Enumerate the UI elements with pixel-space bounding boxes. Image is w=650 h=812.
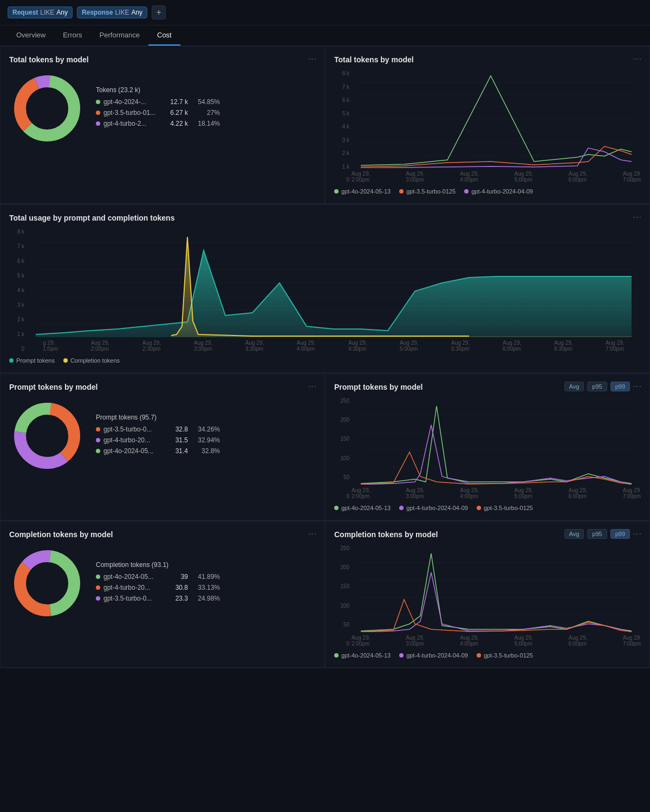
legend-dot-green bbox=[96, 449, 100, 453]
chart-svg-wrapper bbox=[27, 229, 641, 339]
filter-key: Response bbox=[82, 9, 113, 16]
legend-item-gpt4o: gpt-4o-2024-05-13 bbox=[334, 188, 391, 195]
tab-performance[interactable]: Performance bbox=[91, 25, 148, 46]
legend-value: 31.5 bbox=[166, 436, 188, 444]
filter-op: LIKE bbox=[40, 9, 54, 16]
chart-area: 250200150100500 bbox=[334, 545, 641, 659]
row-prompt-tokens: Prompt tokens by model ··· Prompt tokens… bbox=[0, 373, 650, 521]
legend-label: Completion tokens bbox=[70, 357, 120, 364]
legend-item-gpt4o: gpt-4o-2024-05-13 bbox=[334, 652, 391, 659]
top-bar: Request LIKE Any Response LIKE Any + bbox=[0, 0, 650, 25]
stat-badges: Avg p95 p99 bbox=[564, 529, 630, 539]
legend-row: gpt-4-turbo-20... 30.8 33.13% bbox=[96, 584, 220, 591]
donut-chart bbox=[9, 398, 85, 474]
donut-chart bbox=[9, 70, 85, 146]
chart-svg-wrapper bbox=[352, 70, 641, 170]
stat-badges: Avg p95 p99 bbox=[564, 382, 630, 391]
y-axis-labels: 250200150100500 bbox=[334, 398, 349, 499]
panel-title: Completion tokens by model bbox=[9, 530, 316, 539]
request-filter[interactable]: Request LIKE Any bbox=[8, 7, 73, 18]
legend-dot bbox=[477, 506, 481, 510]
legend-title: Completion tokens (93.1) bbox=[96, 561, 220, 569]
legend-row: gpt-3.5-turbo-01... 6.27 k 27% bbox=[96, 109, 220, 117]
panel-menu-button[interactable]: ··· bbox=[633, 529, 642, 539]
legend-row: gpt-4-turbo-2... 4.22 k 18.14% bbox=[96, 120, 220, 127]
avg-badge[interactable]: Avg bbox=[564, 382, 584, 391]
legend-pct: 32.8% bbox=[196, 447, 220, 455]
legend-label: Prompt tokens bbox=[16, 357, 55, 364]
donut-layout: Tokens (23.2 k) gpt-4o-2024-... 12.7 k 5… bbox=[9, 70, 316, 146]
y-axis-labels: 8 k7 k6 k5 k4 k3 k2 k1 k0 bbox=[334, 70, 349, 183]
panel-menu-button[interactable]: ··· bbox=[308, 382, 317, 391]
tab-cost[interactable]: Cost bbox=[148, 25, 180, 46]
panel-menu-button[interactable]: ··· bbox=[308, 529, 317, 539]
chart-area: 8 k7 k6 k5 k4 k3 k2 k1 k0 bbox=[9, 229, 641, 364]
legend-name: gpt-4-turbo-20... bbox=[103, 584, 163, 591]
legend-item-gpt4turbo: gpt-4-turbo-2024-04-09 bbox=[399, 652, 468, 659]
legend-pct: 34.26% bbox=[196, 426, 220, 433]
chart-legend: Prompt tokens Completion tokens bbox=[9, 357, 641, 364]
legend-dot-purple bbox=[96, 438, 100, 442]
legend-pct: 27% bbox=[196, 109, 220, 117]
chart-legend: gpt-4o-2024-05-13 gpt-4-turbo-2024-04-09… bbox=[334, 652, 641, 659]
legend-pct: 32.94% bbox=[196, 436, 220, 444]
legend-value: 6.27 k bbox=[166, 109, 188, 117]
p95-badge[interactable]: p95 bbox=[587, 529, 607, 539]
legend-title: Prompt tokens (95.7) bbox=[96, 414, 220, 421]
filter-val: Any bbox=[56, 9, 68, 16]
legend-dot-green bbox=[96, 100, 100, 104]
panel-completion-tokens-donut: Completion tokens by model ··· Completio… bbox=[0, 521, 325, 668]
legend-row: gpt-4o-2024-05... 31.4 32.8% bbox=[96, 447, 220, 455]
legend-name: gpt-4o-2024-05... bbox=[103, 447, 163, 455]
legend-dot bbox=[399, 189, 404, 194]
panel-prompt-tokens-donut: Prompt tokens by model ··· Prompt tokens… bbox=[0, 373, 325, 520]
svg-point-37 bbox=[27, 563, 68, 604]
legend-dot bbox=[334, 189, 339, 194]
legend-row: gpt-4o-2024-05... 39 41.89% bbox=[96, 573, 220, 581]
legend-dot bbox=[9, 358, 14, 363]
panel-title: Total tokens by model bbox=[9, 55, 316, 64]
legend-dot bbox=[334, 506, 339, 510]
legend-item-gpt35: gpt-3.5-turbo-0125 bbox=[477, 505, 533, 511]
legend-label: gpt-4-turbo-2024-04-09 bbox=[406, 505, 468, 511]
avg-badge[interactable]: Avg bbox=[564, 529, 584, 539]
response-filter[interactable]: Response LIKE Any bbox=[77, 7, 147, 18]
donut-layout: Prompt tokens (95.7) gpt-3.5-turbo-0... … bbox=[9, 398, 316, 474]
legend-value: 39 bbox=[166, 573, 188, 581]
row-total-tokens: Total tokens by model ··· Tokens (23.2 k… bbox=[0, 46, 650, 204]
panel-prompt-tokens-line: Prompt tokens by model Avg p95 p99 ··· 2… bbox=[325, 373, 650, 520]
tab-errors[interactable]: Errors bbox=[54, 25, 90, 46]
legend-dot bbox=[63, 358, 68, 363]
chart-area: 250200150100500 bbox=[334, 398, 641, 511]
line-chart-svg bbox=[352, 70, 641, 168]
legend-value: 12.7 k bbox=[166, 98, 188, 106]
legend-dot-orange bbox=[96, 111, 100, 115]
panel-total-tokens-line: Total tokens by model ··· 8 k7 k6 k5 k4 … bbox=[325, 46, 650, 204]
add-filter-button[interactable]: + bbox=[152, 5, 166, 20]
y-axis-labels: 250200150100500 bbox=[334, 545, 349, 647]
p99-badge[interactable]: p99 bbox=[610, 529, 630, 539]
x-axis-labels: g 29,1:0pm Aug 29,2:00pm Aug 29,2:30pm A… bbox=[27, 340, 641, 352]
panel-title: Total usage by prompt and completion tok… bbox=[9, 214, 641, 222]
legend-name: gpt-4o-2024-05... bbox=[103, 573, 163, 581]
p99-badge[interactable]: p99 bbox=[610, 382, 630, 391]
chart-svg-wrapper bbox=[352, 545, 641, 634]
line-chart-svg bbox=[352, 398, 641, 485]
panel-menu-button[interactable]: ··· bbox=[633, 54, 642, 64]
legend-item-gpt35: gpt-3.5-turbo-0125 bbox=[477, 652, 533, 659]
panel-total-usage: Total usage by prompt and completion tok… bbox=[0, 204, 650, 373]
legend-label: gpt-4o-2024-05-13 bbox=[341, 652, 391, 659]
panel-menu-button[interactable]: ··· bbox=[633, 212, 642, 222]
line-chart-svg bbox=[352, 545, 641, 632]
legend-dot-orange bbox=[96, 585, 100, 590]
legend-dot-orange bbox=[96, 427, 100, 431]
legend-row: gpt-3.5-turbo-0... 23.3 24.98% bbox=[96, 595, 220, 602]
panel-menu-button[interactable]: ··· bbox=[308, 54, 317, 64]
tab-overview[interactable]: Overview bbox=[8, 25, 54, 46]
legend-label: gpt-4o-2024-05-13 bbox=[341, 505, 391, 511]
panel-title: Total tokens by model bbox=[334, 55, 641, 64]
area-chart-svg bbox=[27, 229, 641, 337]
panel-menu-button[interactable]: ··· bbox=[633, 382, 642, 391]
dashboard: Total tokens by model ··· Tokens (23.2 k… bbox=[0, 46, 650, 668]
p95-badge[interactable]: p95 bbox=[587, 382, 607, 391]
